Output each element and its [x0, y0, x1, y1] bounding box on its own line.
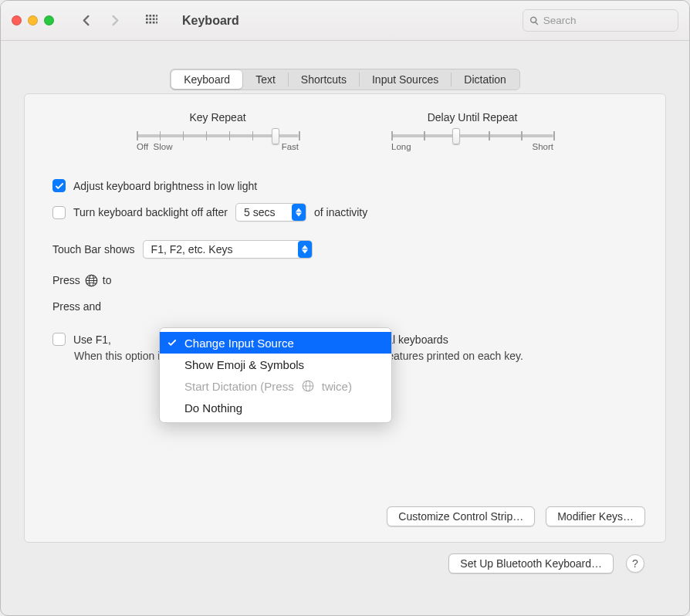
touchbar-label: Touch Bar shows — [52, 243, 135, 256]
titlebar: Keyboard — [1, 1, 689, 41]
delay-title: Delay Until Repeat — [391, 111, 553, 124]
press-globe-menu[interactable]: Change Input Source Show Emoji & Symbols… — [159, 327, 392, 423]
search-icon — [529, 15, 539, 26]
svg-rect-2 — [152, 15, 154, 17]
brightness-label: Adjust keyboard brightness in low light — [73, 180, 257, 192]
menu-item-start-dictation: Start Dictation (Press twice) — [160, 375, 391, 397]
svg-rect-0 — [146, 15, 148, 17]
search-field[interactable] — [523, 9, 678, 32]
search-input[interactable] — [543, 15, 671, 26]
globe-icon — [302, 380, 314, 392]
svg-rect-7 — [156, 18, 157, 20]
check-icon — [167, 338, 178, 347]
show-all-button[interactable] — [139, 10, 164, 32]
tab-bar: Keyboard Text Shortcuts Input Sources Di… — [170, 69, 520, 90]
press-hold-row: Press and — [52, 300, 638, 313]
svg-rect-4 — [146, 18, 148, 20]
brightness-row: Adjust keyboard brightness in low light — [52, 179, 638, 192]
key-repeat-title: Key Repeat — [137, 111, 299, 124]
press-globe-row: Press to — [52, 271, 638, 289]
zoom-button[interactable] — [44, 15, 54, 25]
globe-icon — [85, 274, 98, 287]
backlight-prefix: Turn keyboard backlight off after — [73, 206, 228, 218]
forward-button[interactable] — [102, 10, 127, 32]
menu-item-change-input-source[interactable]: Change Input Source — [160, 332, 391, 354]
use-fkeys-label1: Use F1, — [73, 333, 111, 346]
modifier-keys-button[interactable]: Modifier Keys… — [546, 506, 645, 526]
touchbar-popup[interactable]: F1, F2, etc. Keys — [143, 240, 313, 259]
backlight-suffix: of inactivity — [314, 206, 367, 218]
delay-slider-group: Delay Until Repeat Long Short — [391, 111, 553, 151]
use-fkeys-checkbox[interactable] — [52, 333, 66, 346]
brightness-checkbox[interactable] — [52, 179, 66, 192]
touchbar-row: Touch Bar shows F1, F2, etc. Keys — [52, 240, 638, 259]
tab-shortcuts[interactable]: Shortcuts — [289, 70, 359, 89]
svg-rect-1 — [149, 15, 151, 17]
svg-rect-8 — [146, 22, 148, 24]
stepper-arrows-icon — [292, 204, 306, 221]
menu-item-show-emoji[interactable]: Show Emoji & Symbols — [160, 354, 391, 375]
panel-buttons: Customize Control Strip… Modifier Keys… — [387, 506, 645, 526]
svg-rect-9 — [149, 22, 151, 24]
key-repeat-slider-group: Key Repeat Off Slow Fast — [137, 111, 299, 151]
minimize-button[interactable] — [28, 15, 38, 25]
svg-rect-10 — [152, 22, 154, 24]
back-button[interactable] — [74, 10, 99, 32]
help-button[interactable]: ? — [626, 554, 644, 573]
tab-keyboard[interactable]: Keyboard — [171, 70, 242, 89]
tab-dictation[interactable]: Dictation — [452, 70, 518, 89]
svg-rect-6 — [152, 18, 154, 20]
stepper-arrows-icon — [298, 241, 312, 258]
footer: Set Up Bluetooth Keyboard… ? — [24, 543, 666, 574]
window-controls — [12, 15, 54, 25]
backlight-checkbox[interactable] — [52, 206, 66, 219]
tab-text[interactable]: Text — [243, 70, 288, 89]
bluetooth-keyboard-button[interactable]: Set Up Bluetooth Keyboard… — [448, 553, 614, 574]
delay-slider[interactable] — [391, 134, 553, 137]
svg-rect-3 — [156, 15, 157, 17]
sliders-row: Key Repeat Off Slow Fast Delay Until Rep… — [52, 111, 638, 151]
customize-control-strip-button[interactable]: Customize Control Strip… — [387, 506, 535, 526]
check-icon — [55, 181, 64, 191]
main-content: Keyboard Text Shortcuts Input Sources Di… — [1, 41, 689, 587]
close-button[interactable] — [12, 15, 22, 25]
window-title: Keyboard — [182, 14, 239, 28]
tab-input-sources[interactable]: Input Sources — [360, 70, 451, 89]
menu-item-do-nothing[interactable]: Do Nothing — [160, 397, 391, 418]
backlight-time-popup[interactable]: 5 secs — [235, 203, 306, 222]
key-repeat-slider[interactable] — [137, 134, 299, 137]
svg-rect-11 — [156, 22, 157, 24]
svg-rect-5 — [149, 18, 151, 20]
settings-panel: Key Repeat Off Slow Fast Delay Until Rep… — [24, 93, 666, 543]
backlight-row: Turn keyboard backlight off after 5 secs… — [52, 203, 638, 222]
